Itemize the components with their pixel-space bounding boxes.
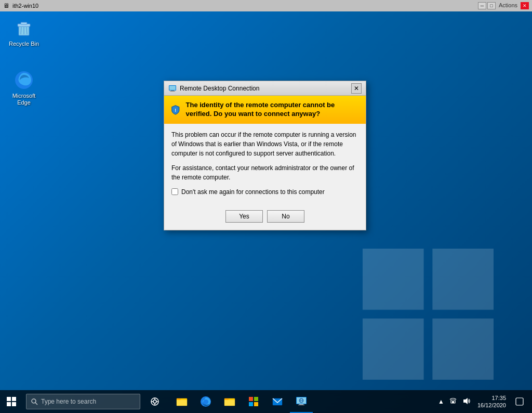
svg-rect-35 [249, 402, 253, 406]
edge-image [14, 70, 34, 91]
svg-rect-16 [7, 397, 11, 401]
svg-rect-36 [254, 402, 258, 406]
dialog-title: Remote Desktop Connection [180, 85, 259, 92]
clock-date: 16/12/2020 [477, 402, 506, 409]
svg-point-23 [153, 400, 156, 403]
svg-rect-17 [12, 397, 16, 401]
svg-rect-41 [298, 405, 304, 405]
svg-rect-48 [516, 398, 523, 405]
network-icon[interactable] [447, 397, 459, 406]
dialog-body-para2: For assistance, contact your network adm… [171, 163, 358, 182]
svg-text:!: ! [175, 108, 176, 113]
remote-titlebar-controls[interactable]: ─ □ Actions ✕ [478, 2, 529, 9]
file-explorer-icon [176, 396, 188, 407]
svg-rect-46 [452, 401, 454, 403]
dialog-warning-banner: ! The identity of the remote computer ca… [164, 96, 366, 124]
store-taskbar-button[interactable] [242, 390, 265, 413]
warning-shield-icon: ! [170, 101, 181, 118]
svg-rect-33 [249, 397, 253, 401]
svg-rect-0 [363, 249, 424, 310]
task-view-icon [150, 397, 159, 406]
start-button[interactable] [0, 390, 23, 413]
clock-time: 17:35 [491, 394, 506, 402]
notification-icon [515, 397, 524, 406]
close-button[interactable]: ✕ [521, 2, 529, 9]
svg-marker-47 [463, 398, 468, 404]
mail-icon [272, 396, 283, 407]
rdp-taskbar-button[interactable] [290, 390, 313, 413]
rdp-dialog-icon [168, 84, 177, 93]
svg-rect-12 [169, 86, 176, 90]
minimize-button[interactable]: ─ [478, 2, 486, 9]
search-placeholder-text: Type here to search [41, 398, 96, 405]
search-bar[interactable]: Type here to search [26, 394, 140, 409]
system-tray-icons: ▲ [437, 397, 472, 406]
dont-ask-checkbox[interactable] [171, 188, 178, 195]
dialog-titlebar: Remote Desktop Connection ✕ [164, 81, 366, 96]
task-view-button[interactable] [143, 390, 166, 413]
tray-overflow-button[interactable]: ▲ [437, 398, 445, 405]
dialog-warning-text: The identity of the remote computer cann… [186, 101, 360, 119]
file-explorer2-icon [224, 396, 235, 407]
svg-rect-14 [170, 91, 175, 92]
actions-label: Actions [499, 2, 517, 9]
svg-line-21 [35, 403, 37, 405]
svg-rect-2 [363, 318, 424, 380]
remote-session-titlebar: 🖥 ith2-win10 ─ □ Actions ✕ [0, 0, 532, 11]
svg-rect-29 [177, 400, 187, 406]
dialog-title-section: Remote Desktop Connection [168, 84, 259, 93]
network-svg-icon [449, 397, 457, 405]
dialog-body-para1: This problem can occur if the remote com… [171, 130, 358, 158]
svg-rect-32 [224, 400, 235, 406]
edge-label: Microsoft Edge [6, 93, 42, 106]
no-button[interactable]: No [267, 210, 304, 223]
rdp-taskbar-icon [296, 395, 307, 407]
file-explorer2-taskbar-button[interactable] [218, 390, 241, 413]
svg-point-20 [32, 399, 36, 403]
dialog-body: This problem can occur if the remote com… [164, 124, 366, 210]
recycle-bin-image [14, 18, 34, 38]
remote-session-icon: 🖥 [3, 2, 9, 9]
remote-session-title: ith2-win10 [12, 3, 38, 9]
dont-ask-checkbox-row[interactable]: Don't ask me again for connections to th… [171, 187, 358, 197]
svg-rect-34 [254, 397, 258, 401]
remote-titlebar-left: 🖥 ith2-win10 [3, 2, 38, 9]
system-tray-area: ▲ [437, 390, 532, 413]
svg-rect-19 [12, 402, 16, 406]
store-icon [248, 396, 259, 407]
dialog-button-row: Yes No [164, 210, 366, 230]
volume-svg-icon [462, 397, 471, 405]
svg-rect-6 [21, 22, 27, 24]
search-icon [31, 398, 38, 405]
clock-area[interactable]: 17:35 16/12/2020 [474, 394, 509, 409]
mail-taskbar-button[interactable] [266, 390, 289, 413]
volume-icon[interactable] [461, 397, 472, 406]
windows-logo-decoration [355, 241, 501, 387]
taskbar-icon-group [170, 390, 313, 413]
file-explorer-taskbar-button[interactable] [170, 390, 193, 413]
recycle-bin-label: Recycle Bin [9, 41, 39, 47]
taskbar: Type here to search [0, 390, 532, 413]
restore-button[interactable]: □ [487, 2, 496, 9]
start-icon [7, 397, 16, 406]
desktop: 🖥 ith2-win10 ─ □ Actions ✕ [0, 0, 532, 413]
svg-rect-1 [432, 249, 494, 310]
edge-taskbar-icon [200, 396, 211, 407]
remote-desktop-dialog: Remote Desktop Connection ✕ ! The identi… [164, 81, 366, 230]
svg-rect-3 [432, 318, 494, 380]
edge-taskbar-button[interactable] [194, 390, 217, 413]
notification-center-button[interactable] [511, 390, 528, 413]
dialog-close-button[interactable]: ✕ [351, 83, 362, 94]
recycle-bin-icon[interactable]: Recycle Bin [4, 16, 44, 49]
dont-ask-label[interactable]: Don't ask me again for connections to th… [181, 187, 325, 197]
svg-rect-18 [7, 402, 11, 406]
yes-button[interactable]: Yes [225, 210, 263, 223]
microsoft-edge-icon[interactable]: Microsoft Edge [4, 68, 44, 108]
